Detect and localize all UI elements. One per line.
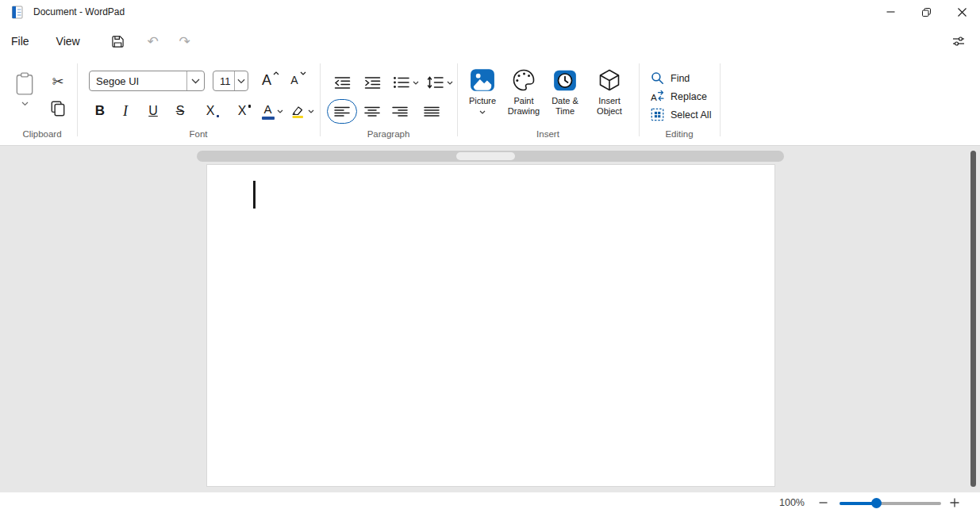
chevron-down-icon <box>447 81 453 85</box>
editing-group-label: Editing <box>639 129 720 139</box>
align-center-button[interactable] <box>361 100 383 124</box>
font-group-label: Font <box>77 129 320 139</box>
bold-button[interactable]: B <box>89 98 111 124</box>
date-time-icon <box>552 68 578 92</box>
subscript-button[interactable]: X <box>197 98 224 124</box>
paint-drawing-button[interactable]: Paint Drawing <box>504 68 544 135</box>
find-label: Find <box>671 73 690 84</box>
paste-button[interactable] <box>11 67 38 111</box>
grow-font-button[interactable]: A <box>256 69 283 91</box>
settings-sliders-icon <box>951 34 966 48</box>
increase-indent-button[interactable] <box>360 73 384 92</box>
bullets-button[interactable] <box>390 73 421 92</box>
search-icon <box>651 71 664 85</box>
superscript-button[interactable]: X <box>229 98 256 124</box>
menu-view[interactable]: View <box>48 29 88 53</box>
line-spacing-button[interactable] <box>424 73 455 92</box>
paste-clipboard-icon <box>15 72 34 96</box>
shrink-font-button[interactable]: A <box>284 69 311 91</box>
save-button[interactable] <box>106 29 131 53</box>
replace-label: Replace <box>671 91 707 102</box>
status-bar: 100% <box>0 492 980 513</box>
highlighter-icon <box>290 105 306 118</box>
strikethrough-icon: S <box>176 104 185 118</box>
font-size-select[interactable]: 11 <box>213 71 248 91</box>
zoom-slider[interactable] <box>840 498 941 508</box>
underline-button[interactable]: U <box>141 98 165 124</box>
superscript-icon: X <box>238 104 247 118</box>
picture-label: Picture <box>469 96 496 106</box>
insert-object-label: Insert Object <box>597 96 622 117</box>
zoom-out-button[interactable] <box>816 496 830 509</box>
align-right-button[interactable] <box>389 100 411 124</box>
window-controls <box>873 0 980 24</box>
paint-palette-icon <box>511 68 536 92</box>
decrease-indent-icon <box>334 76 351 90</box>
scissors-icon: ✂ <box>52 75 63 89</box>
minus-icon <box>819 502 828 503</box>
close-icon <box>958 8 967 17</box>
bold-icon: B <box>95 103 105 119</box>
cut-button[interactable]: ✂ <box>46 71 70 92</box>
wordpad-app-icon <box>11 6 25 19</box>
restore-icon <box>922 8 931 17</box>
select-all-icon <box>651 108 664 121</box>
chevron-down-icon <box>479 110 486 114</box>
justify-icon <box>424 106 440 117</box>
chevron-down-icon <box>413 81 419 85</box>
find-button[interactable]: Find <box>649 70 717 86</box>
chevron-down-icon <box>234 71 248 90</box>
chevron-down-icon <box>186 71 204 90</box>
redo-button[interactable]: ↷ <box>172 29 198 53</box>
font-family-value: Segoe UI <box>90 75 186 87</box>
redo-icon: ↷ <box>179 35 190 48</box>
italic-button[interactable]: I <box>114 98 136 124</box>
insert-picture-button[interactable]: Picture <box>463 68 502 135</box>
group-divider <box>720 63 721 136</box>
ribbon-toolbar: ✂ Clipboard Segoe UI 11 A A <box>0 59 980 146</box>
undo-icon: ↶ <box>148 35 159 48</box>
horizontal-scrollbar-thumb[interactable] <box>456 152 515 160</box>
close-button[interactable] <box>944 0 980 24</box>
horizontal-scrollbar[interactable] <box>197 151 784 162</box>
menu-file[interactable]: File <box>3 29 37 53</box>
save-icon <box>111 35 125 48</box>
zoom-in-button[interactable] <box>947 495 962 511</box>
align-left-icon <box>334 106 350 117</box>
insert-object-button[interactable]: Insert Object <box>589 68 630 135</box>
select-all-label: Select All <box>671 109 711 121</box>
ribbon-options-button[interactable] <box>947 29 970 53</box>
decrease-indent-button[interactable] <box>330 73 354 92</box>
document-page[interactable] <box>206 164 775 487</box>
chevron-down-icon <box>21 101 29 106</box>
justify-button[interactable] <box>421 100 443 124</box>
select-all-button[interactable]: Select All <box>649 106 717 123</box>
minimize-button[interactable] <box>873 0 909 24</box>
plus-icon <box>950 498 959 507</box>
increase-indent-icon <box>364 76 381 90</box>
vertical-scrollbar-thumb[interactable] <box>970 151 976 487</box>
highlight-color-button[interactable] <box>287 98 317 124</box>
group-divider <box>639 63 640 136</box>
cube-icon <box>597 68 622 92</box>
group-divider <box>320 63 321 136</box>
grow-font-icon: A <box>262 73 271 87</box>
copy-icon <box>50 100 66 117</box>
strikethrough-button[interactable]: S <box>168 98 192 124</box>
font-color-button[interactable]: A <box>259 98 286 124</box>
replace-button[interactable]: A Replace <box>649 88 717 105</box>
zoom-slider-thumb[interactable] <box>871 498 882 508</box>
replace-icon: A <box>651 90 664 103</box>
clipboard-group-label: Clipboard <box>6 129 78 139</box>
window-title: Document - WordPad <box>33 6 125 17</box>
font-size-value: 11 <box>213 75 234 87</box>
copy-button[interactable] <box>46 98 70 119</box>
undo-button[interactable]: ↶ <box>140 29 166 53</box>
zoom-level: 100% <box>776 497 805 508</box>
font-family-select[interactable]: Segoe UI <box>89 71 205 91</box>
group-divider <box>77 63 78 136</box>
date-time-button[interactable]: Date & Time <box>546 68 584 135</box>
align-center-icon <box>364 106 380 117</box>
restore-button[interactable] <box>909 0 944 24</box>
align-left-button[interactable] <box>327 99 357 124</box>
